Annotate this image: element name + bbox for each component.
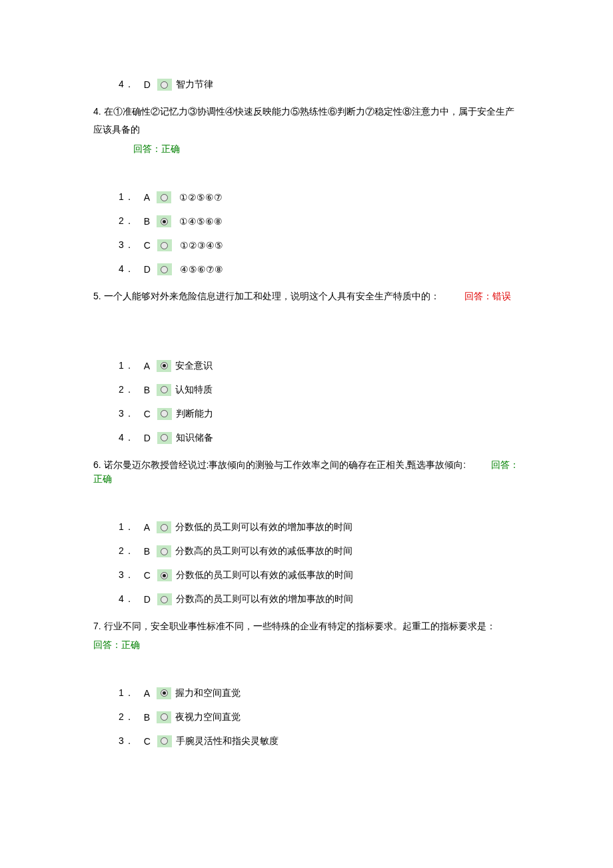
- option-text: 智力节律: [176, 79, 213, 91]
- radio-icon[interactable]: [157, 593, 172, 605]
- option-number: 4．: [119, 432, 135, 444]
- radio-icon[interactable]: [157, 263, 172, 275]
- option-number: 3．: [119, 239, 135, 251]
- feedback-correct-prefix: 回答：: [491, 459, 519, 470]
- option-letter: D: [144, 433, 151, 443]
- question-text: 4. 在①准确性②记忆力③协调性④快速反映能力⑤熟练性⑥判断力⑦稳定性⑧注意力中…: [93, 103, 520, 138]
- option-number: 2．: [119, 215, 135, 227]
- option-number: 3．: [119, 569, 135, 581]
- option-number: 1．: [119, 521, 135, 533]
- q6-option-3[interactable]: 3． C 分数低的员工则可以有效的减低事故的时间: [119, 569, 520, 581]
- radio-icon[interactable]: [157, 408, 172, 420]
- option-letter: A: [144, 192, 150, 203]
- feedback-correct: 正确: [93, 473, 520, 485]
- q5-option-1[interactable]: 1． A 安全意识: [119, 360, 520, 372]
- radio-icon[interactable]: [157, 384, 171, 396]
- feedback-correct: 回答：正确: [133, 143, 520, 155]
- option-text: ④⑤⑥⑦⑧: [180, 264, 223, 275]
- option-letter: C: [144, 409, 151, 419]
- radio-icon[interactable]: [157, 545, 171, 557]
- feedback-wrong: 回答：错误: [464, 291, 511, 301]
- option-text: ①④⑤⑥⑧: [179, 216, 223, 227]
- question-text: 7. 行业不同，安全职业事性标准不同，一些特殊的企业有特定的指标要求。起重工的指…: [93, 617, 520, 635]
- option-text: 分数高的员工则可以有效的增加事故的时间: [176, 593, 353, 605]
- radio-icon[interactable]: [157, 735, 172, 747]
- radio-icon[interactable]: [157, 239, 172, 251]
- q4-option-3[interactable]: 3． C ①②③④⑤: [119, 239, 520, 251]
- radio-icon[interactable]: [157, 711, 171, 723]
- option-letter: B: [144, 216, 150, 227]
- option-number: 1．: [119, 191, 135, 203]
- question-5: 5. 一个人能够对外来危险信息进行加工和处理，说明这个人具有安全生产特质中的： …: [93, 287, 520, 305]
- option-letter: D: [144, 264, 151, 275]
- option-letter: D: [144, 79, 151, 90]
- radio-icon[interactable]: [157, 360, 171, 372]
- option-letter: C: [144, 736, 151, 747]
- option-letter: C: [144, 570, 151, 581]
- q5-option-4[interactable]: 4． D 知识储备: [119, 432, 520, 444]
- q7-option-2[interactable]: 2． B 夜视力空间直觉: [119, 711, 520, 723]
- option-number: 3．: [119, 408, 135, 420]
- q4-option-2[interactable]: 2． B ①④⑤⑥⑧: [119, 215, 520, 227]
- q7-option-1[interactable]: 1． A 握力和空间直觉: [119, 687, 520, 699]
- option-number: 2．: [119, 384, 135, 396]
- option-number: 1．: [119, 687, 135, 699]
- q5-option-2[interactable]: 2． B 认知特质: [119, 384, 520, 396]
- q5-option-3[interactable]: 3． C 判断能力: [119, 408, 520, 420]
- option-text: 安全意识: [175, 360, 213, 372]
- radio-icon[interactable]: [157, 687, 171, 699]
- option-text: ①②③④⑤: [180, 240, 223, 251]
- q6-option-2[interactable]: 2． B 分数高的员工则可以有效的减低事故的时间: [119, 545, 520, 557]
- option-text: 夜视力空间直觉: [175, 711, 241, 723]
- radio-icon[interactable]: [157, 521, 171, 533]
- q4-option-1[interactable]: 1． A ①②⑤⑥⑦: [119, 191, 520, 203]
- option-letter: C: [144, 240, 151, 251]
- feedback-correct: 回答：正确: [93, 639, 520, 651]
- question-7: 7. 行业不同，安全职业事性标准不同，一些特殊的企业有特定的指标要求。起重工的指…: [93, 617, 520, 651]
- q6-option-1[interactable]: 1． A 分数低的员工则可以有效的增加事故的时间: [119, 521, 520, 533]
- option-letter: A: [144, 688, 150, 699]
- option-number: 2．: [119, 711, 135, 723]
- option-letter: B: [144, 712, 150, 723]
- option-text: 判断能力: [176, 408, 213, 420]
- option-number: 4．: [119, 263, 135, 275]
- question-text: 6. 诺尔曼迈尔教授曾经说过:事故倾向的测验与工作效率之间的确存在正相关,甄选事…: [93, 459, 466, 470]
- option-letter: D: [144, 594, 151, 605]
- question-6: 6. 诺尔曼迈尔教授曾经说过:事故倾向的测验与工作效率之间的确存在正相关,甄选事…: [93, 456, 520, 486]
- radio-icon[interactable]: [157, 191, 171, 203]
- q6-option-4[interactable]: 4． D 分数高的员工则可以有效的增加事故的时间: [119, 593, 520, 605]
- option-text: 分数高的员工则可以有效的减低事故的时间: [175, 545, 352, 557]
- option-number: 4．: [119, 79, 135, 91]
- radio-icon[interactable]: [157, 215, 171, 227]
- q3-option-4[interactable]: 4． D 智力节律: [119, 79, 520, 91]
- option-letter: B: [144, 546, 150, 557]
- option-text: 分数低的员工则可以有效的增加事故的时间: [175, 521, 352, 533]
- option-number: 2．: [119, 545, 135, 557]
- option-letter: A: [144, 522, 150, 533]
- option-number: 4．: [119, 593, 135, 605]
- option-text: 认知特质: [175, 384, 213, 396]
- option-text: 手腕灵活性和指尖灵敏度: [176, 735, 279, 747]
- option-number: 3．: [119, 735, 135, 747]
- question-4: 4. 在①准确性②记忆力③协调性④快速反映能力⑤熟练性⑥判断力⑦稳定性⑧注意力中…: [93, 103, 520, 155]
- radio-icon[interactable]: [157, 569, 172, 581]
- option-text: 分数低的员工则可以有效的减低事故的时间: [176, 569, 353, 581]
- option-letter: A: [144, 361, 150, 371]
- radio-icon[interactable]: [157, 432, 172, 444]
- option-text: ①②⑤⑥⑦: [179, 192, 223, 203]
- q4-option-4[interactable]: 4． D ④⑤⑥⑦⑧: [119, 263, 520, 275]
- option-number: 1．: [119, 360, 135, 372]
- option-letter: B: [144, 385, 150, 395]
- option-text: 握力和空间直觉: [175, 687, 241, 699]
- radio-icon[interactable]: [157, 79, 172, 91]
- option-text: 知识储备: [176, 432, 213, 444]
- q7-option-3[interactable]: 3． C 手腕灵活性和指尖灵敏度: [119, 735, 520, 747]
- question-text: 5. 一个人能够对外来危险信息进行加工和处理，说明这个人具有安全生产特质中的：: [93, 291, 440, 301]
